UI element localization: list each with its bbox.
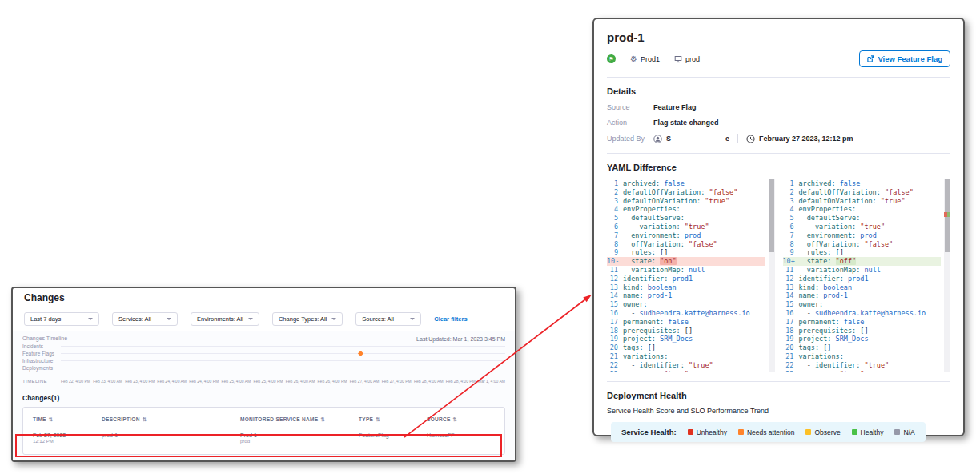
column-header-label: SOURCE [427, 416, 451, 423]
sort-icon: ⇅ [376, 416, 380, 423]
filter-dropdown-environments-all[interactable]: Environments: All [191, 312, 259, 326]
yaml-diff-pane-left[interactable]: 1archived: false2defaultOffVariation: "f… [607, 179, 775, 372]
filter-dropdown-last-7-days[interactable]: Last 7 days [24, 312, 99, 326]
yaml-line: 13kind: boolean [607, 283, 765, 292]
yaml-line: 23 name: "true" [783, 370, 942, 372]
view-feature-flag-button[interactable]: View Feature Flag [859, 50, 950, 67]
yaml-line: 5 defaultServe: [607, 214, 765, 223]
column-header-monitored-service-name[interactable]: MONITORED SERVICE NAME⇅ [240, 416, 359, 423]
timeline-row-label: Infrastructure [22, 358, 61, 364]
legend-item-label: Observe [814, 428, 840, 436]
legend-item-needs-attention: Needs attention [738, 428, 795, 436]
column-header-description[interactable]: DESCRIPTION⇅ [102, 416, 240, 423]
filter-dropdown-change-types-all[interactable]: Change Types: All [272, 312, 343, 326]
yaml-line: 16 - sudheendra.katte@harness.io [607, 309, 765, 318]
yaml-line: 7 environment: prod [607, 231, 765, 240]
yaml-line: 22 - identifier: "true" [607, 361, 765, 370]
yaml-line: 16 - sudheendra.katte@harness.io [783, 309, 942, 318]
timeline-track [61, 346, 505, 347]
timeline-tick: Feb 27, 4:00 PM [382, 379, 412, 384]
yaml-line: 12identifier: prod1 [783, 275, 942, 283]
entity-row: ⚑ ⚙ Prod1 prod [607, 50, 950, 67]
yaml-line: 14name: prod-1 [607, 291, 765, 300]
timeline-track [61, 353, 505, 354]
legend-item-label: N/A [903, 428, 914, 436]
filter-dropdown-services-all[interactable]: Services: All [112, 312, 178, 326]
filter-dropdown-label: Environments: All [197, 315, 243, 323]
yaml-line: 20tags: [] [783, 343, 942, 352]
timeline-tick: Feb 27, 4:00 AM [350, 379, 380, 384]
cell-source: HarnessFF [427, 432, 504, 444]
cell-time: Feb 27, 2023 12:12 PM [33, 432, 102, 444]
timeline-tick: Feb 25, 4:00 AM [221, 379, 251, 384]
chevron-down-icon [410, 318, 415, 320]
legend-item-label: Unhealthy [697, 428, 727, 436]
timeline-row-deployments: Deployments [22, 364, 505, 372]
timeline-track [61, 360, 505, 361]
filter-dropdown-sources-all[interactable]: Sources: All [355, 312, 421, 326]
yaml-line: 6 variation: "true" [783, 223, 942, 231]
yaml-line: 21variations: [607, 352, 765, 361]
chevron-down-icon [88, 318, 93, 320]
clear-filters-link[interactable]: Clear filters [434, 315, 467, 323]
timeline-tick: Feb 28, 4:00 AM [414, 379, 444, 384]
timeline-row-label: Deployments [22, 365, 61, 371]
changes-panel-title: Changes [13, 288, 515, 307]
yaml-line: 22 - identifier: "true" [783, 361, 942, 370]
yaml-line: 12identifier: prod1 [607, 275, 765, 283]
yaml-line: 14name: prod-1 [783, 291, 942, 300]
yaml-line: 4envProperties: [607, 205, 765, 214]
yaml-line: 7 environment: prod [783, 231, 942, 240]
yaml-difference-heading: YAML Difference [607, 163, 950, 172]
yaml-line: 8 offVariation: "false" [607, 240, 765, 249]
column-header-source[interactable]: SOURCE⇅ [427, 416, 504, 423]
diff-scrollbar-left[interactable] [769, 179, 775, 372]
environment-icon [674, 55, 682, 63]
column-header-label: TIME [33, 416, 46, 423]
changes-panel: Changes Last 7 daysServices: AllEnvironm… [11, 287, 516, 462]
legend-color-swatch [805, 429, 811, 435]
timeline-row-infrastructure: Infrastructure [22, 357, 505, 364]
filter-dropdown-label: Sources: All [362, 315, 394, 323]
yaml-line: 2defaultOffVariation: "false" [783, 188, 942, 197]
timeline-row-label: Incidents [22, 343, 61, 349]
cell-description: prod-1 [102, 432, 240, 444]
sort-icon: ⇅ [320, 416, 325, 423]
divider [737, 134, 738, 143]
updated-at-text: February 27 2023, 12:12 pm [759, 135, 853, 143]
changes-table: TIME⇅DESCRIPTION⇅MONITORED SERVICE NAME⇅… [22, 407, 505, 455]
yaml-line: 18prerequisites: [] [783, 327, 942, 335]
column-header-label: DESCRIPTION [102, 416, 140, 423]
column-header-label: MONITORED SERVICE NAME [240, 416, 318, 423]
page-title: prod-1 [607, 30, 950, 44]
cell-type: FeatureFlag [359, 432, 427, 444]
yaml-line: 11 variationMap: null [607, 266, 765, 275]
diff-scrollbar-right[interactable] [944, 179, 950, 372]
legend-item-observe: Observe [805, 428, 840, 436]
changes-table-header: TIME⇅DESCRIPTION⇅MONITORED SERVICE NAME⇅… [23, 408, 504, 427]
legend-item-healthy: Healthy [852, 428, 884, 436]
service-health-legend: Service Health: UnhealthyNeeds attention… [611, 422, 926, 442]
yaml-line: 3defaultOnVariation: "true" [783, 197, 942, 206]
detail-row-source: Source Feature Flag [607, 103, 950, 111]
monitored-service-chip: ⚙ Prod1 [630, 55, 660, 63]
change-event-marker[interactable] [358, 351, 363, 356]
yaml-line: 18prerequisites: [] [607, 327, 765, 335]
timeline-tick: Feb 26, 4:00 AM [286, 379, 315, 384]
yaml-diff-pane-right[interactable]: 1archived: false2defaultOffVariation: "f… [783, 179, 951, 372]
environment-chip: prod [674, 55, 700, 63]
column-header-type[interactable]: TYPE⇅ [359, 416, 427, 423]
timeline-row-label: Feature Flags [22, 351, 61, 356]
timeline-axis: TIMELINE Feb 22, 4:00 PMFeb 23, 4:00 AMF… [22, 379, 505, 384]
featureflag-source-icon: ⚑ [607, 54, 616, 63]
column-header-time[interactable]: TIME⇅ [33, 416, 102, 423]
yaml-line: 15owner: [783, 300, 942, 309]
table-row[interactable]: Feb 27, 2023 12:12 PM prod-1 Prod-1 prod… [23, 427, 504, 444]
timeline-tick: Feb 24, 4:00 PM [189, 379, 219, 384]
chevron-down-icon [331, 318, 336, 320]
yaml-line: 8 offVariation: "false" [783, 240, 942, 249]
timeline-row-feature-flags: Feature Flags [22, 350, 505, 357]
yaml-line-changed: 10- state: "on" [607, 257, 765, 266]
yaml-line: 1archived: false [607, 179, 765, 188]
timeline-tick: Feb 23, 4:00 PM [125, 379, 155, 384]
